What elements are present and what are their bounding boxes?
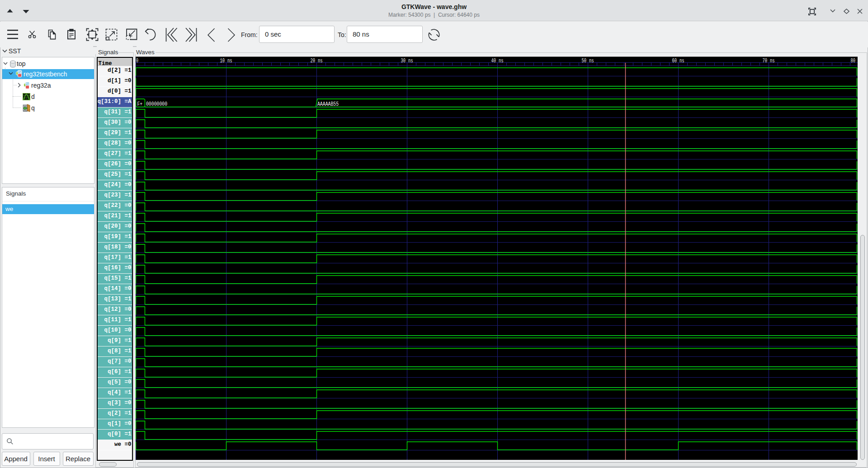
svg-text:ns: ns [227,57,232,64]
svg-text:ns: ns [408,57,413,64]
svg-text:70: 70 [762,57,767,64]
svg-text:10: 10 [220,57,225,64]
svg-text:60: 60 [672,57,677,64]
svg-text:ns: ns [499,57,504,64]
svg-text:40: 40 [491,57,496,64]
svg-text:ns: ns [589,57,594,64]
svg-text:50: 50 [581,57,586,64]
svg-text:0: 0 [136,57,138,64]
svg-text:30: 30 [401,57,406,64]
svg-text:AAAAAB55: AAAAAB55 [317,101,339,108]
svg-text:80: 80 [850,57,855,64]
svg-text:ns: ns [318,57,323,64]
svg-text:00000000: 00000000 [146,101,167,108]
svg-text:ns: ns [679,57,684,64]
svg-text:F+: F+ [137,101,143,108]
svg-text:ns: ns [770,57,775,64]
svg-text:20: 20 [310,57,315,64]
